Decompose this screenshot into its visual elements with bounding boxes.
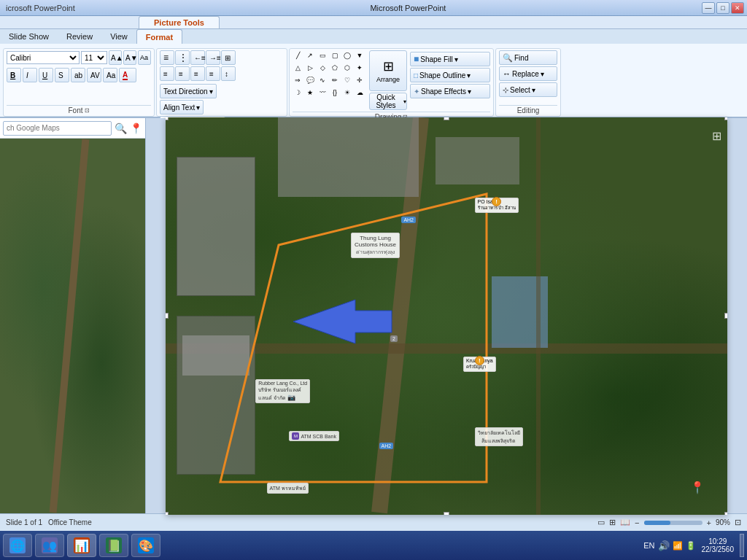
handle-tc[interactable] [444, 117, 449, 120]
font-name-select[interactable]: Calibri [7, 51, 80, 64]
shape-star[interactable]: ★ [305, 88, 315, 98]
tab-review[interactable]: Review [58, 29, 101, 44]
font-color-btn[interactable]: A [119, 68, 136, 82]
decrease-indent-btn[interactable]: ←≡ [190, 50, 205, 65]
shape-hex[interactable]: ⬡ [342, 63, 352, 73]
handle-ml[interactable] [166, 313, 169, 319]
fit-slide-btn[interactable]: ⊡ [735, 518, 741, 527]
decrease-font-btn[interactable]: A▼ [123, 50, 136, 65]
tab-slideshow[interactable]: Slide Show [0, 29, 58, 44]
shape-cloud[interactable]: ☁ [355, 88, 365, 98]
show-desktop-btn[interactable] [740, 534, 744, 557]
taskbar-excel[interactable]: 📗 [99, 534, 128, 557]
atm-south-label: ATM พรหมทิพย์ [267, 483, 309, 494]
shape-arrow[interactable]: ↗ [305, 50, 315, 61]
justify-btn[interactable]: ≡ [206, 66, 220, 81]
slide-canvas[interactable]: Thung LungCustoms Houseด่านศุลกากรทุ่งลุ… [166, 117, 727, 515]
shape-blockarrow[interactable]: ⇒ [293, 75, 303, 85]
clear-format-btn[interactable]: Aa [138, 50, 151, 65]
increase-font-btn[interactable]: A▲ [109, 50, 122, 65]
align-center-btn[interactable]: ≡ [175, 66, 190, 81]
shape-heart[interactable]: ♡ [342, 75, 352, 85]
maximize-btn[interactable]: □ [716, 2, 729, 14]
shape-fill-btn[interactable]: ■ Shape Fill ▾ [410, 52, 490, 66]
zoom-out-btn[interactable]: − [635, 518, 639, 527]
shape-rtri[interactable]: ▷ [305, 63, 315, 73]
underline-btn[interactable]: U [39, 68, 53, 82]
editing-group-label: Editing [517, 106, 540, 114]
shape-diamond[interactable]: ◇ [317, 63, 328, 73]
taskbar-chrome[interactable]: 🌐 [3, 534, 32, 557]
shape-moon[interactable]: ☽ [293, 88, 303, 98]
change-case-btn[interactable]: Aa [103, 68, 117, 82]
search-input[interactable] [3, 121, 112, 136]
system-clock[interactable]: 10:29 22/3/2560 [702, 537, 735, 553]
increase-indent-btn[interactable]: →≡ [206, 50, 220, 65]
line-spacing-btn[interactable]: ↕ [221, 66, 236, 81]
title-bar: icrosoft PowerPoint Microsoft PowerPoint… [0, 0, 747, 16]
battery-icon: 🔋 [686, 541, 696, 551]
arrange-btn[interactable]: ⊞ Arrange [369, 50, 407, 91]
strikethrough-btn[interactable]: S [55, 68, 69, 82]
shape-freeform[interactable]: ✏ [330, 75, 340, 85]
text-direction-btn[interactable]: Text Direction ▾ [160, 84, 217, 98]
bullets-btn[interactable]: ≡ [160, 50, 174, 65]
view-normal-btn[interactable]: ▭ [597, 518, 605, 527]
select-btn[interactable]: ⊹ Select ▾ [499, 82, 557, 97]
align-left-btn[interactable]: ≡ [160, 66, 174, 81]
handle-tr[interactable] [724, 117, 727, 120]
window-controls[interactable]: — □ ✕ [702, 2, 744, 14]
align-text-btn[interactable]: Align Text ▾ [160, 100, 204, 114]
view-reading-btn[interactable]: 📖 [620, 518, 630, 527]
taskbar-teams[interactable]: 👥 [35, 534, 64, 557]
replace-btn[interactable]: ↔ Replace ▾ [499, 66, 557, 81]
shape-sun[interactable]: ☀ [342, 88, 352, 98]
handle-tl[interactable] [166, 117, 169, 120]
shape-wavy[interactable]: 〰 [317, 88, 328, 98]
search-icon[interactable]: 🔍 [115, 122, 127, 134]
shape-curve[interactable]: ∿ [317, 75, 328, 85]
shape-cross[interactable]: ✛ [355, 75, 365, 85]
zoom-in-btn[interactable]: + [707, 518, 711, 527]
handle-mr[interactable] [724, 313, 727, 319]
shadow-btn[interactable]: ab [71, 68, 85, 82]
language-indicator: EN [643, 541, 654, 550]
quick-styles-btn[interactable]: Quick Styles ▾ [369, 93, 407, 110]
char-spacing-btn[interactable]: AV [87, 68, 101, 82]
shape-callout[interactable]: 💬 [305, 75, 315, 85]
tab-format[interactable]: Format [136, 29, 182, 44]
taskbar-paint[interactable]: 🎨 [131, 534, 160, 557]
shape-expand[interactable]: ▼ [355, 50, 365, 61]
handle-br[interactable] [724, 512, 727, 515]
shape-tri[interactable]: △ [293, 63, 303, 73]
shape-line[interactable]: ╱ [293, 50, 303, 61]
shape-oval[interactable]: ◯ [342, 50, 352, 61]
bold-btn[interactable]: B [7, 68, 21, 82]
shape-rect[interactable]: ▭ [317, 50, 328, 61]
shape-outline-btn[interactable]: □ Shape Outline ▾ [410, 68, 490, 82]
font-expand-icon[interactable]: ⊡ [85, 107, 90, 114]
shape-effects-btn[interactable]: ✦ Shape Effects ▾ [410, 84, 490, 98]
italic-btn[interactable]: I [23, 68, 37, 82]
numbering-btn[interactable]: ⋮ [175, 50, 190, 65]
font-size-select[interactable]: 11 [81, 51, 107, 64]
grid-icon[interactable]: ⊞ [712, 129, 721, 143]
shape-brace[interactable]: {} [330, 88, 340, 98]
minimize-btn[interactable]: — [702, 2, 715, 14]
shape-star4[interactable]: ✦ [355, 63, 365, 73]
handle-bc[interactable] [444, 512, 449, 515]
columns-btn[interactable]: ⊞ [221, 50, 236, 65]
picture-tools-tab[interactable]: Picture Tools [139, 16, 220, 28]
handle-bl[interactable] [166, 512, 169, 515]
maps-icon[interactable]: 📍 [130, 122, 142, 134]
taskbar-powerpoint[interactable]: 📊 [67, 534, 96, 557]
find-btn[interactable]: 🔍 Find [499, 50, 557, 65]
network-icon: 📶 [673, 541, 683, 551]
close-btn[interactable]: ✕ [731, 2, 744, 14]
view-slide-sorter-btn[interactable]: ⊞ [609, 518, 616, 527]
shape-pentagon[interactable]: ⬠ [330, 63, 340, 73]
tab-view[interactable]: View [101, 29, 136, 44]
shape-rounded-rect[interactable]: ▢ [330, 50, 340, 61]
align-right-btn[interactable]: ≡ [190, 66, 205, 81]
zoom-bar[interactable] [644, 521, 703, 525]
